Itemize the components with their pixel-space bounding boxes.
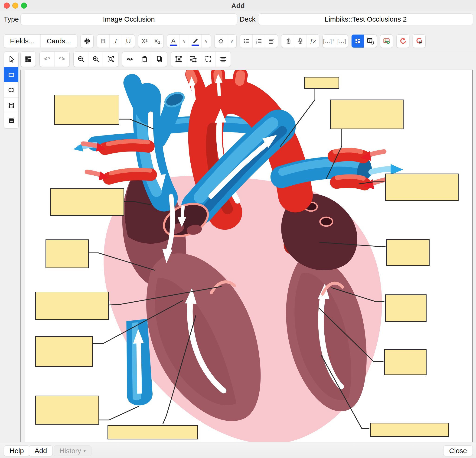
occlusion-rect-7[interactable]	[386, 239, 430, 266]
zoom-fit-icon	[107, 55, 115, 63]
mask-grid-icon	[354, 37, 362, 45]
occlusion-toolbar: ↶ ↷	[20, 51, 231, 67]
group-shapes-button[interactable]	[171, 52, 186, 67]
zoom-out-icon	[77, 55, 85, 63]
occlusion-rect-9[interactable]	[385, 294, 426, 322]
trash-icon	[141, 55, 149, 63]
cloze-same-button[interactable]: […]	[335, 34, 348, 48]
occlusion-settings-button[interactable]	[413, 34, 425, 48]
highlight-color-chevron-down-icon[interactable]: ∨	[202, 34, 211, 48]
underline-button[interactable]: U	[122, 34, 135, 48]
zoom-fit-button[interactable]	[103, 52, 118, 67]
text-color-button[interactable]: A	[167, 34, 180, 48]
text-align-button[interactable]	[265, 34, 278, 48]
cloze-new-button[interactable]: […]⁺	[323, 34, 335, 48]
highlight-color-swatch	[192, 45, 199, 46]
bullet-list-button[interactable]	[240, 34, 253, 48]
occlusion-masks-button[interactable]	[352, 34, 364, 48]
notetype-selector[interactable]: Image Occlusion	[20, 13, 237, 25]
duplicate-shape-button[interactable]	[152, 52, 167, 67]
occlusion-rect-13[interactable]	[108, 425, 198, 440]
history-label: History	[60, 447, 81, 455]
remove-formatting-button[interactable]	[214, 34, 227, 48]
close-button[interactable]: Close	[443, 445, 473, 456]
rectangle-tool-button[interactable]	[4, 67, 18, 82]
undo-button[interactable]: ↶	[40, 52, 55, 67]
eye-icon	[126, 55, 134, 63]
align-shapes-button[interactable]	[216, 52, 230, 67]
history-button[interactable]: History ▾	[54, 445, 92, 456]
window-title: Add	[0, 2, 476, 10]
help-button[interactable]: Help	[4, 445, 30, 456]
numbered-list-icon: 123	[255, 37, 263, 45]
select-all-icon	[204, 55, 212, 63]
toggle-mask-visibility-button[interactable]	[122, 52, 137, 67]
reset-occlusions-button[interactable]	[397, 34, 409, 48]
ungroup-icon	[189, 55, 197, 63]
shape-tool-sidebar	[4, 51, 18, 129]
italic-button[interactable]: I	[110, 34, 122, 48]
superscript-button[interactable]: X²	[138, 34, 151, 48]
footer-bar: Help Add History ▾ Close	[0, 443, 476, 458]
editor-toolbar: Fields... Cards... B I U X² X₂ A ∨ ∨ ∨	[4, 34, 426, 48]
occlusion-rect-4[interactable]	[50, 188, 124, 216]
align-left-icon	[268, 37, 275, 45]
cursor-icon	[8, 55, 15, 63]
occlusion-rect-5[interactable]	[385, 174, 459, 201]
table-refresh-icon	[367, 37, 374, 45]
toggle-masks-panel-button[interactable]	[21, 52, 35, 67]
occlusion-rect-6[interactable]	[45, 240, 89, 268]
duplicate-icon	[156, 55, 163, 63]
ellipse-tool-button[interactable]	[4, 82, 18, 98]
bold-button[interactable]: B	[97, 34, 110, 48]
redo-button[interactable]: ↷	[55, 52, 69, 67]
svg-text:3: 3	[256, 42, 257, 44]
window-titlebar: Add	[0, 0, 476, 11]
polygon-tool-button[interactable]	[4, 98, 18, 113]
zoom-out-button[interactable]	[74, 52, 88, 67]
zoom-in-icon	[92, 55, 100, 63]
occlusion-rect-1[interactable]	[54, 95, 119, 125]
numbered-list-button[interactable]: 123	[253, 34, 265, 48]
occlusion-rect-8[interactable]	[35, 292, 109, 320]
select-all-button[interactable]	[201, 52, 216, 67]
image-add-icon	[383, 37, 390, 45]
polygon-icon	[8, 101, 15, 109]
text-color-glyph: A	[171, 37, 176, 45]
group-icon	[175, 55, 182, 63]
delete-shape-button[interactable]	[137, 52, 152, 67]
occlusion-notes-button[interactable]	[364, 34, 377, 48]
zoom-in-button[interactable]	[88, 52, 103, 67]
record-audio-button[interactable]	[294, 34, 306, 48]
red-refresh-icon	[399, 37, 407, 45]
occlusion-rect-3[interactable]	[330, 100, 404, 129]
editor-settings-button[interactable]	[81, 34, 93, 48]
deck-label: Deck	[240, 15, 255, 23]
occlusion-rect-10[interactable]	[35, 336, 93, 367]
text-color-swatch	[170, 45, 177, 46]
highlight-color-button[interactable]	[189, 34, 202, 48]
remove-formatting-chevron-down-icon[interactable]: ∨	[227, 34, 236, 48]
subscript-button[interactable]: X₂	[151, 34, 163, 48]
toolbar-divider	[0, 50, 476, 50]
add-note-button[interactable]: Add	[29, 445, 53, 456]
occlusion-rect-2[interactable]	[304, 77, 339, 89]
occlusion-rect-11[interactable]	[384, 349, 426, 375]
text-tool-button[interactable]	[4, 113, 18, 128]
fields-button[interactable]: Fields...	[4, 34, 41, 48]
occlusion-rect-12[interactable]	[35, 396, 99, 425]
text-color-chevron-down-icon[interactable]: ∨	[180, 34, 189, 48]
attach-file-button[interactable]	[281, 34, 294, 48]
occlusion-rect-14[interactable]	[370, 423, 449, 437]
paperclip-icon	[284, 37, 291, 45]
cards-button[interactable]: Cards...	[41, 34, 77, 48]
select-tool-button[interactable]	[4, 52, 18, 67]
ungroup-shapes-button[interactable]	[186, 52, 201, 67]
note-form-row: Type Image Occlusion Deck Limbiks::Test …	[0, 13, 476, 26]
change-image-button[interactable]	[380, 34, 393, 48]
deck-selector[interactable]: Limbiks::Test Occlusions 2	[258, 13, 473, 25]
occlusion-canvas[interactable]	[20, 70, 473, 442]
red-refresh-gear-icon	[415, 37, 423, 45]
eraser-icon	[217, 37, 225, 45]
equations-button[interactable]: ƒx	[306, 34, 319, 48]
